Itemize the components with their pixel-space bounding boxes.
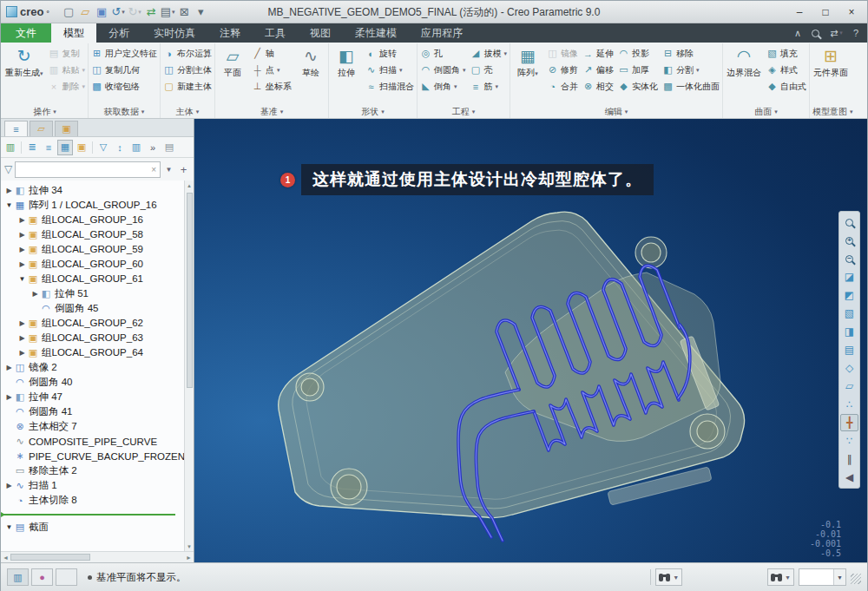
- tab-工具[interactable]: 工具: [253, 23, 298, 43]
- find-tool-dropdown[interactable]: ▼: [655, 568, 682, 586]
- csys-button[interactable]: ⊥坐标系: [252, 78, 292, 95]
- section-view-button[interactable]: ◨: [840, 323, 858, 340]
- tree-item[interactable]: ▶◧拉伸 34: [1, 183, 184, 198]
- tree-display-button[interactable]: ▥: [3, 140, 18, 155]
- switch-ui-button[interactable]: ⇄▾: [830, 28, 843, 39]
- round-button[interactable]: ◠倒圆角▾: [420, 62, 466, 78]
- display-style-button[interactable]: ▧: [840, 305, 858, 322]
- sb-tree-button[interactable]: ▥: [7, 568, 29, 586]
- tab-file[interactable]: 文件: [1, 23, 51, 43]
- chamfer-button[interactable]: ◣倒角▾: [420, 78, 466, 95]
- refit-button[interactable]: [840, 213, 858, 231]
- selection-filter-dropdown[interactable]: ▼: [799, 568, 846, 586]
- component-interface-button[interactable]: ⊞元件界面: [812, 45, 849, 79]
- open-file-button[interactable]: ▱: [78, 4, 93, 20]
- group-label[interactable]: 基准▾: [218, 105, 326, 118]
- tree-item[interactable]: ▶▣组LOCAL_GROUP_63: [1, 331, 184, 345]
- annotation-display-button[interactable]: ∴: [840, 396, 858, 413]
- shading-button[interactable]: ◩: [840, 286, 858, 304]
- columns-button[interactable]: ▥: [128, 140, 144, 155]
- tree-item[interactable]: ◠倒圆角 40: [1, 375, 184, 390]
- collapsed-arrow-icon[interactable]: ▶: [4, 482, 14, 489]
- collapse-ribbon-button[interactable]: ∧: [794, 28, 801, 39]
- expand-items-button[interactable]: ≣: [24, 140, 40, 155]
- sweep-button[interactable]: ∿扫描▾: [365, 62, 414, 78]
- graphics-area[interactable]: 1 这样就通过使用主体设计出冷却型腔体了。 +−◪◩▧◨▤◇▱∴╋∵∥◀ -0.…: [194, 119, 867, 562]
- collapsed-arrow-icon[interactable]: ▶: [30, 290, 40, 298]
- pause-button[interactable]: ∥: [840, 450, 858, 468]
- tree-item[interactable]: ▶▣组LOCAL_GROUP_64: [1, 345, 184, 360]
- rib-button[interactable]: ≡筋▾: [470, 78, 508, 95]
- hole-button[interactable]: ◎孔: [420, 45, 466, 62]
- tab-视图[interactable]: 视图: [298, 23, 343, 43]
- item-filter-button[interactable]: ▽: [95, 140, 111, 155]
- offset-button[interactable]: ↗偏移: [582, 62, 614, 78]
- tab-应用程序[interactable]: 应用程序: [409, 23, 475, 43]
- ptab-fav[interactable]: ▣: [55, 121, 78, 136]
- expanded-arrow-icon[interactable]: ▼: [4, 201, 14, 209]
- undo-button[interactable]: ↺▾: [111, 4, 126, 20]
- scroll-right-icon[interactable]: ►: [186, 555, 192, 561]
- regenerate-qat-button[interactable]: ⇄: [144, 4, 159, 20]
- tree-item[interactable]: ▶∿扫描 1: [1, 478, 184, 493]
- group-label[interactable]: 操作▾: [4, 105, 85, 118]
- group-label[interactable]: 主体▾: [163, 105, 212, 118]
- style-button[interactable]: ◈样式: [766, 62, 806, 78]
- collapsed-arrow-icon[interactable]: ▶: [17, 334, 27, 342]
- mirror-button[interactable]: ◫镜像: [547, 45, 578, 62]
- collapse-items-button[interactable]: ≡: [41, 140, 56, 155]
- axis-button[interactable]: ╱轴: [252, 45, 292, 62]
- collapsed-arrow-icon[interactable]: ▶: [17, 260, 27, 268]
- new-file-button[interactable]: ▢: [62, 4, 76, 20]
- fill-button[interactable]: ▧填充: [766, 45, 806, 62]
- boolean-button[interactable]: ◑布尔运算: [163, 45, 212, 62]
- sketch-button[interactable]: ∿草绘: [296, 45, 326, 79]
- swap-button[interactable]: ↕: [112, 140, 128, 155]
- close-window-button[interactable]: ⊠: [177, 4, 192, 20]
- project-button[interactable]: ◠投影: [618, 45, 658, 62]
- tree-item[interactable]: ▶◫镜像 2: [1, 360, 184, 375]
- collapsed-arrow-icon[interactable]: ▶: [17, 246, 27, 253]
- close-button[interactable]: ×: [841, 4, 862, 19]
- collapsed-arrow-icon[interactable]: ▶: [17, 216, 27, 224]
- tab-柔性建模[interactable]: 柔性建模: [343, 23, 409, 43]
- tree-item[interactable]: ▶◧拉伸 47: [1, 390, 184, 404]
- ptab-folder[interactable]: ▱: [30, 121, 53, 136]
- merge-button[interactable]: ◔合并: [547, 78, 578, 95]
- search-button[interactable]: [812, 30, 819, 37]
- group-label[interactable]: 模型意图▾: [812, 105, 853, 118]
- search-tool-dropdown[interactable]: ▼: [767, 568, 794, 586]
- collapsed-arrow-icon[interactable]: ▶: [17, 231, 27, 239]
- dragger-button[interactable]: ∵: [840, 432, 858, 450]
- tree-item[interactable]: ▶▣组LOCAL_GROUP_59: [1, 242, 184, 257]
- save-button[interactable]: ▣: [95, 4, 109, 20]
- perspective-button[interactable]: ◇: [840, 359, 858, 377]
- grid-view-button[interactable]: ▦: [57, 140, 73, 155]
- draft-button[interactable]: ◢拔模▾: [470, 45, 508, 62]
- regenerate-button[interactable]: ↻重新生成▾: [4, 45, 44, 79]
- tree-item[interactable]: ▶◧拉伸 51: [1, 286, 184, 301]
- trim-button[interactable]: ⊘修剪: [547, 62, 578, 78]
- ptab-tree[interactable]: ≡: [4, 121, 28, 136]
- intersect-button[interactable]: ⊗相交: [582, 78, 614, 95]
- tree-item[interactable]: ▶▣组LOCAL_GROUP_60: [1, 257, 184, 272]
- tree-settings-button[interactable]: ▣: [74, 140, 89, 155]
- split-body-button[interactable]: ◫分割主体: [163, 62, 212, 78]
- group-label[interactable]: 获取数据▾: [91, 105, 157, 118]
- redo-button[interactable]: ↻▾: [128, 4, 142, 20]
- sb-blank-button[interactable]: [56, 568, 77, 586]
- delete-button[interactable]: ×删除▾: [49, 78, 86, 95]
- group-label[interactable]: 编辑▾: [513, 105, 720, 118]
- tree-filter-input[interactable]: ×: [15, 161, 161, 178]
- add-filter-button[interactable]: +: [177, 163, 190, 176]
- tree-item[interactable]: ▶▣组LOCAL_GROUP_62: [1, 316, 184, 331]
- qat-more-button[interactable]: ▾: [194, 4, 208, 20]
- copy-button[interactable]: ▤复制: [49, 45, 86, 62]
- sb-browser-button[interactable]: ●: [31, 568, 53, 586]
- group-label[interactable]: 工程▾: [420, 105, 507, 118]
- view-manager-button[interactable]: ▤: [840, 341, 858, 358]
- help-button[interactable]: ?: [853, 28, 858, 38]
- shrinkwrap-button[interactable]: ▩收缩包络: [91, 78, 157, 95]
- expanded-arrow-icon[interactable]: ▼: [17, 275, 27, 283]
- clear-filter-icon[interactable]: ×: [151, 165, 156, 174]
